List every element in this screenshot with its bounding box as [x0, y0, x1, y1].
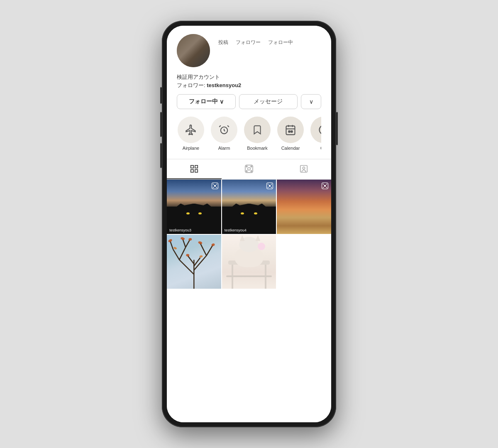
svg-line-43: [179, 260, 194, 274]
svg-line-1: [219, 126, 221, 127]
tagged-icon: [299, 164, 308, 173]
grid-cell-1[interactable]: testkensyou3: [167, 180, 221, 234]
highlight-bookmark[interactable]: Bookmark: [243, 117, 271, 151]
volume-down-button: [160, 143, 162, 168]
airplane-icon: [185, 124, 197, 136]
svg-point-40: [323, 187, 324, 188]
calendar-icon: [285, 124, 296, 136]
follow-chevron-icon: ∨: [220, 98, 224, 105]
volume-mute-button: [160, 87, 162, 104]
svg-line-47: [206, 245, 212, 256]
tree-branches: [167, 235, 221, 289]
grid-cell-5[interactable]: [222, 235, 276, 289]
highlight-alarm[interactable]: Alarm: [210, 117, 238, 151]
svg-point-33: [271, 184, 272, 185]
highlight-alarm-label: Alarm: [218, 146, 230, 151]
photo-grid: testkensyou3: [167, 180, 331, 289]
stat-followers-label: フォロワー: [236, 39, 261, 46]
stat-following: フォロー中: [268, 39, 293, 46]
svg-point-19: [251, 166, 252, 167]
highlight-bookmark-label: Bookmark: [247, 146, 268, 151]
grid-icon: [190, 164, 199, 173]
svg-line-50: [183, 239, 186, 247]
svg-rect-22: [300, 166, 308, 173]
svg-rect-15: [195, 170, 198, 172]
svg-point-38: [323, 184, 324, 185]
highlight-airplane-circle[interactable]: [178, 117, 204, 143]
highlight-airplane-label: Airplane: [183, 146, 199, 151]
stat-posts-label: 投稿: [218, 39, 228, 46]
highlight-calendar-label: Calendar: [281, 146, 300, 151]
grid-cell-3[interactable]: [277, 180, 331, 234]
grid-cell-4[interactable]: [167, 235, 221, 289]
profile-header: 投稿 フォロワー フォロー中: [177, 34, 321, 67]
svg-line-45: [173, 249, 179, 260]
stat-followers: フォロワー: [236, 39, 261, 46]
stats-row: 投稿 フォロワー フォロー中: [218, 34, 293, 46]
phone-device: 投稿 フォロワー フォロー中 検証用アカウント フォロワー: te: [162, 21, 336, 427]
tab-grid[interactable]: [167, 159, 222, 179]
highlight-calendar[interactable]: Calendar: [276, 117, 305, 151]
reels-icon: [244, 164, 254, 173]
bio-text: 検証用アカウント フォロワー: testkensyou2: [177, 73, 321, 89]
svg-point-23: [303, 167, 305, 169]
grid-cell-6[interactable]: [277, 235, 331, 289]
dropdown-chevron-icon: ∨: [309, 98, 313, 105]
svg-point-27: [216, 184, 217, 185]
highlight-bookmark-circle[interactable]: [244, 117, 271, 143]
phone-screen: 投稿 フォロワー フォロー中 検証用アカウント フォロワー: te: [167, 26, 331, 422]
avatar[interactable]: [177, 34, 210, 67]
svg-point-18: [246, 166, 247, 167]
grid-cell-2[interactable]: testkensyou4: [222, 180, 276, 234]
svg-line-2: [227, 126, 229, 127]
cd-icon: [318, 124, 321, 136]
svg-point-32: [268, 184, 269, 185]
svg-point-41: [326, 187, 327, 188]
highlight-airplane[interactable]: Airplane: [177, 117, 205, 151]
message-button-label: メッセージ: [254, 98, 283, 105]
reel-icon-2: [266, 182, 273, 190]
svg-point-61: [199, 255, 203, 258]
svg-line-51: [186, 240, 190, 247]
grid-cell-1-username: testkensyou3: [169, 228, 191, 232]
highlight-cd-circle[interactable]: [310, 117, 321, 143]
stat-following-label: フォロー中: [268, 39, 293, 46]
highlight-alarm-circle[interactable]: [211, 117, 237, 143]
message-button[interactable]: メッセージ: [239, 94, 298, 109]
alarm-icon: [218, 124, 230, 136]
highlight-calendar-circle[interactable]: [277, 117, 304, 143]
svg-point-26: [212, 184, 213, 185]
bio-section: 検証用アカウント フォロワー: testkensyou2: [177, 73, 321, 89]
power-button: [336, 112, 338, 145]
tab-bar: [167, 159, 331, 180]
reel-icon-3: [321, 182, 329, 190]
follow-button[interactable]: フォロー中 ∨: [177, 94, 236, 109]
svg-line-49: [170, 241, 173, 249]
svg-point-25: [214, 185, 216, 187]
avatar-image: [177, 34, 210, 67]
svg-point-9: [320, 126, 322, 134]
svg-point-60: [173, 246, 177, 250]
svg-point-37: [324, 185, 326, 187]
volume-up-button: [160, 112, 162, 137]
reel-icon-1: [211, 182, 219, 190]
highlight-cd-label: CD: [320, 146, 321, 151]
svg-rect-13: [195, 166, 198, 168]
follow-button-label: フォロー中: [189, 98, 218, 105]
svg-line-46: [179, 247, 186, 260]
svg-point-55: [181, 237, 185, 240]
svg-point-59: [186, 253, 190, 256]
svg-point-31: [269, 185, 271, 187]
svg-line-52: [188, 256, 194, 264]
bio-line2-prefix: フォロワー:: [177, 82, 207, 88]
grid-cell-2-username: testkensyou4: [225, 228, 247, 232]
profile-section: 投稿 フォロワー フォロー中 検証用アカウント フォロワー: te: [167, 26, 331, 159]
svg-point-28: [212, 187, 213, 188]
tab-tagged[interactable]: [276, 159, 331, 179]
svg-rect-3: [286, 126, 295, 135]
svg-point-21: [251, 170, 252, 172]
tab-reels[interactable]: [222, 159, 276, 179]
highlight-cd[interactable]: CD: [310, 117, 321, 151]
svg-point-29: [216, 187, 217, 188]
more-button[interactable]: ∨: [301, 94, 321, 109]
